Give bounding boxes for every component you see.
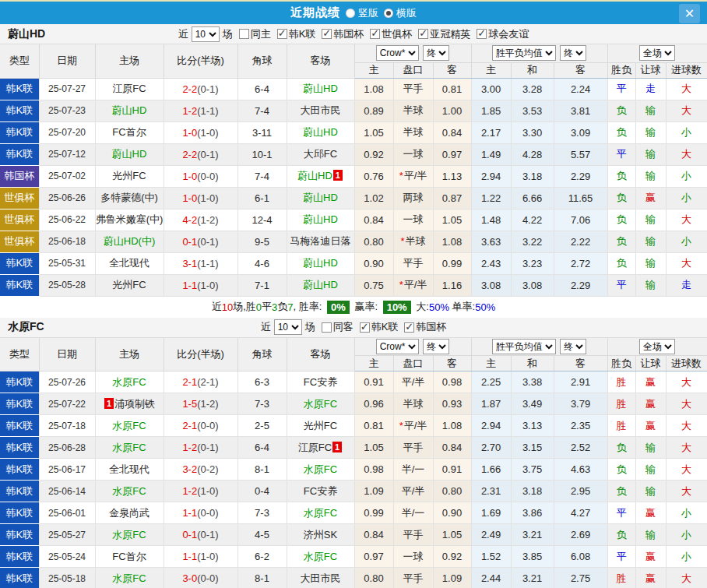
games-count-select[interactable]: 10 xyxy=(274,319,302,335)
filter-near-label: 近 xyxy=(178,27,188,41)
odds-line: 半球 xyxy=(393,121,433,143)
match-row: 韩国杯25-07-02光州FC1-0(0-0)7-4蔚山HD10.76*平/半1… xyxy=(0,165,707,187)
score-cell: 2-1(2-1) xyxy=(164,371,237,393)
away-team: FC安养 xyxy=(287,481,354,502)
fulltime-score: 1-0 xyxy=(182,192,197,204)
match-row: 韩K联25-05-31全北现代3-1(1-1)4-6蔚山HD0.90平手0.99… xyxy=(0,252,707,274)
checkbox-icon xyxy=(404,322,414,333)
away-team: FC安养 xyxy=(287,371,354,393)
avg-time-select[interactable]: 终 xyxy=(560,45,586,61)
halftime-score: (1-0) xyxy=(197,551,218,562)
result-cell: 负 xyxy=(607,231,635,252)
filter-checkbox-0[interactable]: 同客 xyxy=(322,320,354,334)
layout-radio-vertical[interactable]: 竖版 xyxy=(346,6,378,20)
col-header-odds-home: 主 xyxy=(354,62,393,78)
league-badge: 韩K联 xyxy=(0,546,39,568)
checkbox-icon xyxy=(322,29,332,39)
checkbox-label: 韩国杯 xyxy=(333,27,364,41)
filter-checkbox-4[interactable]: 亚冠精英 xyxy=(418,27,470,41)
match-row: 韩K联25-07-12蔚山HD2-2(0-1)10-1大邱FC0.92一球0.9… xyxy=(0,143,707,165)
summary-rate-chip: 0% xyxy=(327,301,350,314)
league-badge: 韩K联 xyxy=(0,459,39,481)
odds-line: 一球 xyxy=(393,143,433,165)
odds-line: 平手 xyxy=(393,524,433,546)
score-cell: 1-1(1-0) xyxy=(164,546,237,568)
dialog-title: 近期战绩 xyxy=(290,5,340,20)
col-header-avg-away: 客 xyxy=(554,356,607,371)
away-team: 大田市民 xyxy=(287,568,354,588)
odds-line: 平手 xyxy=(393,437,433,459)
scope-select[interactable]: 全场 xyxy=(639,45,675,61)
odds-home: 1.02 xyxy=(354,187,393,209)
home-team: 光州FC xyxy=(95,165,164,187)
handicap-result-cell: 输 xyxy=(635,274,666,296)
avg-source-select[interactable]: 胜平负均值 xyxy=(492,45,556,61)
handicap-result-cell: 输 xyxy=(635,121,666,143)
scope-select[interactable]: 全场 xyxy=(639,339,675,354)
match-date: 25-06-18 xyxy=(39,231,95,252)
avg-away: 4.27 xyxy=(554,502,607,524)
close-button[interactable]: ✕ xyxy=(679,4,700,23)
checkbox-icon xyxy=(477,29,487,39)
odds-source-select[interactable]: Crow* xyxy=(376,339,419,354)
league-badge: 韩K联 xyxy=(0,393,39,415)
fulltime-score: 3-1 xyxy=(182,258,197,269)
avg-home: 1.66 xyxy=(471,459,511,481)
filter-checkbox-1[interactable]: 韩K联 xyxy=(277,27,316,41)
home-team: 全北现代 xyxy=(95,252,164,274)
odds-time-select[interactable]: 终 xyxy=(423,45,449,61)
home-team: 水原FC xyxy=(95,481,164,502)
corner-cell: 2-5 xyxy=(237,415,287,437)
league-badge: 韩K联 xyxy=(0,437,39,459)
filter-checkbox-5[interactable]: 球会友谊 xyxy=(477,27,529,41)
away-team: 蔚山HD xyxy=(287,187,354,209)
halftime-score: (0-1) xyxy=(197,149,218,160)
filter-checkbox-0[interactable]: 同主 xyxy=(239,27,271,41)
filter-checkbox-1[interactable]: 韩K联 xyxy=(360,320,399,334)
handicap-result-cell: 输 xyxy=(635,143,666,165)
match-row: 韩K联25-06-01金泉尚武1-1(0-0)7-3水原FC0.99半/一0.9… xyxy=(0,502,707,524)
score-cell: 2-1(0-0) xyxy=(164,415,237,437)
halftime-score: (1-0) xyxy=(197,127,218,139)
league-badge: 世俱杯 xyxy=(0,231,39,252)
checkbox-icon xyxy=(239,29,249,39)
halftime-score: (0-1) xyxy=(197,442,218,453)
summary-text: 单率: xyxy=(449,300,475,314)
home-team: 金泉尚武 xyxy=(95,502,164,524)
match-date: 25-07-02 xyxy=(39,165,95,187)
col-header-corner: 角球 xyxy=(237,44,287,78)
home-team: 水原FC xyxy=(95,524,164,546)
avg-source-select[interactable]: 胜平负均值 xyxy=(492,339,556,354)
goals-result-cell: 大 xyxy=(666,143,707,165)
avg-time-select[interactable]: 终 xyxy=(560,339,586,354)
avg-draw: 3.21 xyxy=(511,568,554,588)
goals-result-cell: 大 xyxy=(666,252,707,274)
checkbox-label: 世俱杯 xyxy=(382,27,412,41)
odds-line: 半/一 xyxy=(393,459,433,481)
halftime-score: (0-1) xyxy=(197,83,218,95)
result-cell: 负 xyxy=(607,187,635,209)
filter-checkbox-2[interactable]: 韩国杯 xyxy=(404,320,446,334)
summary-text: 3 xyxy=(272,301,277,313)
odds-time-select[interactable]: 终 xyxy=(423,339,449,354)
league-badge: 韩K联 xyxy=(0,415,39,437)
score-cell: 1-2(1-0) xyxy=(164,481,237,502)
halftime-score: (1-2) xyxy=(197,214,218,226)
home-team: FC首尔 xyxy=(95,121,164,143)
checkbox-label: 韩K联 xyxy=(289,27,316,41)
scope-group-header: 全场 xyxy=(607,44,707,62)
filter-checkbox-2[interactable]: 韩国杯 xyxy=(322,27,364,41)
away-team: 大田市民 xyxy=(287,100,354,121)
layout-radio-horizontal[interactable]: 横版 xyxy=(384,6,417,20)
col-header-date: 日期 xyxy=(39,338,95,371)
odds-home: 0.75 xyxy=(354,274,393,296)
line-changed-star: * xyxy=(399,420,403,431)
games-count-select[interactable]: 10 xyxy=(192,26,220,42)
odds-source-select[interactable]: Crow* xyxy=(376,45,419,61)
corner-cell: 7-4 xyxy=(237,165,287,187)
league-badge: 韩K联 xyxy=(0,78,39,100)
col-header-handicap: 让球 xyxy=(635,62,666,78)
score-cell: 2-2(0-1) xyxy=(164,143,237,165)
filter-checkbox-3[interactable]: 世俱杯 xyxy=(370,27,412,41)
avg-away: 2.22 xyxy=(554,231,607,252)
